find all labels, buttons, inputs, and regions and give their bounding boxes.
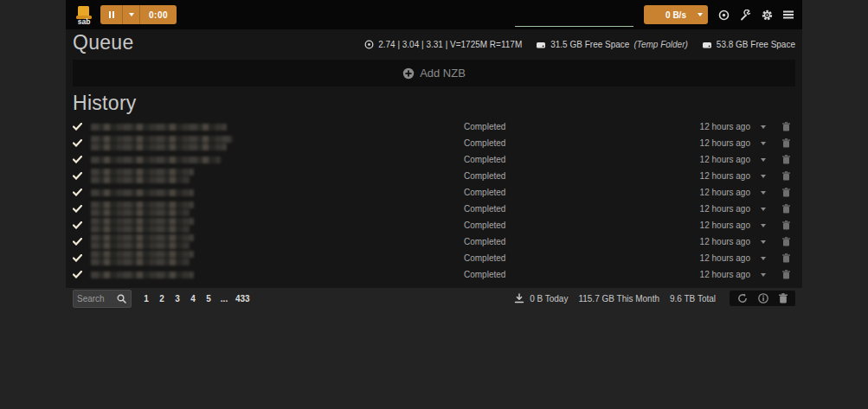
trash-icon <box>782 138 790 148</box>
history-row[interactable]: Completed 12 hours ago <box>73 151 795 168</box>
info-icon <box>758 293 768 304</box>
job-age: 12 hours ago <box>655 270 750 279</box>
row-dropdown-button[interactable] <box>750 125 776 129</box>
job-status: Completed <box>464 237 655 246</box>
row-dropdown-button[interactable] <box>750 191 776 195</box>
job-name-redacted <box>91 271 194 279</box>
history-row[interactable]: Completed 12 hours ago <box>73 233 795 250</box>
page-button[interactable]: 4 <box>187 290 199 307</box>
job-age: 12 hours ago <box>655 122 750 131</box>
refresh-button[interactable] <box>737 293 748 304</box>
row-delete-button[interactable] <box>776 270 795 279</box>
status-circle-icon[interactable] <box>717 8 730 22</box>
history-header: History <box>66 86 802 118</box>
job-age: 12 hours ago <box>655 220 750 230</box>
plus-circle-icon <box>402 67 415 80</box>
menu-icon[interactable] <box>781 8 795 22</box>
trash-icon <box>782 188 790 197</box>
wrench-icon[interactable] <box>738 8 752 22</box>
row-dropdown-button[interactable] <box>750 142 776 145</box>
row-delete-button[interactable] <box>776 138 795 148</box>
history-row[interactable]: Completed 12 hours ago <box>73 201 795 217</box>
job-name-redacted <box>91 123 227 131</box>
history-row[interactable]: Completed 12 hours ago <box>73 184 795 201</box>
job-age: 12 hours ago <box>655 253 750 263</box>
history-row[interactable]: Completed 12 hours ago <box>73 217 795 233</box>
gear-icon[interactable] <box>760 8 774 22</box>
page-button[interactable]: 5 <box>203 290 215 307</box>
row-delete-button[interactable] <box>776 220 795 230</box>
history-search-box <box>73 290 132 308</box>
info-button[interactable] <box>758 293 768 304</box>
row-delete-button[interactable] <box>776 155 795 164</box>
history-row[interactable]: Completed 12 hours ago <box>73 266 795 283</box>
history-row[interactable]: Completed 12 hours ago <box>73 118 795 135</box>
history-search-input[interactable] <box>77 294 115 304</box>
job-age: 12 hours ago <box>655 155 750 164</box>
speed-value: 0 B/s <box>665 10 686 20</box>
history-footer: 12345...433 0 B Today 115.7 GB This Mont… <box>66 285 802 311</box>
check-icon <box>73 238 87 246</box>
page-button[interactable]: 1 <box>140 290 152 307</box>
row-dropdown-button[interactable] <box>750 240 776 244</box>
load-averages: 2.74 | 3.04 | 3.31 | V=1725M R=117M <box>378 40 522 49</box>
search-icon[interactable] <box>117 294 126 304</box>
pause-button[interactable] <box>100 5 123 24</box>
check-icon <box>73 189 87 196</box>
refresh-icon <box>737 293 748 304</box>
add-nzb-dropzone[interactable]: Add NZB <box>73 60 795 86</box>
row-dropdown-button[interactable] <box>750 208 776 211</box>
row-dropdown-button[interactable] <box>750 224 776 227</box>
row-delete-button[interactable] <box>776 171 795 181</box>
row-dropdown-button[interactable] <box>750 175 776 178</box>
chevron-down-icon <box>761 224 766 227</box>
temp-folder-free-space: 31.5 GB Free Space <box>550 40 629 49</box>
trash-icon <box>782 253 790 263</box>
job-status: Completed <box>464 171 655 181</box>
sabnzbd-logo-icon[interactable]: sab <box>73 3 95 26</box>
row-delete-button[interactable] <box>776 253 795 263</box>
check-icon <box>73 205 87 213</box>
disk-icon <box>702 40 712 50</box>
row-delete-button[interactable] <box>776 188 795 197</box>
add-nzb-label: Add NZB <box>420 67 466 80</box>
chevron-down-icon <box>761 158 766 162</box>
history-row[interactable]: Completed 12 hours ago <box>73 250 795 266</box>
history-row[interactable]: Completed 12 hours ago <box>73 135 795 151</box>
page-button[interactable]: 433 <box>234 290 252 307</box>
history-row[interactable]: Completed 12 hours ago <box>73 168 795 184</box>
row-delete-button[interactable] <box>776 237 795 246</box>
page-button[interactable]: 3 <box>171 290 183 307</box>
row-dropdown-button[interactable] <box>750 273 776 277</box>
chevron-down-icon <box>761 125 766 129</box>
job-name-redacted <box>91 250 194 266</box>
pause-icon <box>109 11 114 18</box>
row-delete-button[interactable] <box>776 122 795 131</box>
row-dropdown-button[interactable] <box>750 158 776 162</box>
speed-limit-button[interactable]: 0 B/s <box>644 5 708 24</box>
chevron-down-icon <box>761 240 766 244</box>
trash-icon <box>782 155 790 164</box>
row-dropdown-button[interactable] <box>750 257 776 260</box>
system-status-line: 2.74 | 3.04 | 3.31 | V=1725M R=117M 31.5… <box>364 40 795 50</box>
pause-timer-button[interactable]: 0:00 <box>140 5 177 24</box>
disk-icon <box>536 40 546 50</box>
trash-icon <box>782 220 790 230</box>
download-icon <box>514 293 524 304</box>
page-button[interactable]: 2 <box>156 290 168 307</box>
row-delete-button[interactable] <box>776 204 795 214</box>
app-panel: sab 0:00 0 B/s <box>66 0 802 288</box>
pause-dropdown-button[interactable] <box>123 5 140 24</box>
job-age: 12 hours ago <box>655 138 750 148</box>
job-name-redacted <box>91 189 194 197</box>
job-status: Completed <box>464 188 655 197</box>
clear-history-button[interactable] <box>779 293 788 304</box>
job-status: Completed <box>464 270 655 279</box>
chevron-down-icon <box>761 257 766 260</box>
check-icon <box>73 221 87 229</box>
stat-month: 115.7 GB This Month <box>578 294 659 304</box>
complete-folder-free-space: 53.8 GB Free Space <box>717 40 795 49</box>
job-name-redacted <box>91 168 194 184</box>
history-title: History <box>73 92 137 115</box>
job-name-redacted <box>91 233 194 250</box>
